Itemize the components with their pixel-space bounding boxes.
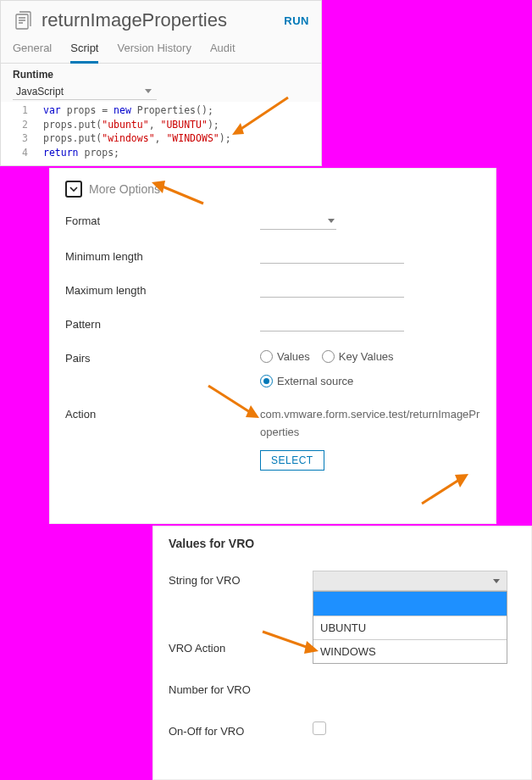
svg-rect-0 [16, 14, 28, 29]
max-length-label: Maximum length [65, 282, 260, 297]
pairs-radio-external[interactable]: External source [260, 375, 480, 387]
more-options-label: More Options [89, 182, 160, 196]
script-file-icon [13, 9, 35, 31]
string-for-vro-dropdown: UBUNTU WINDOWS [313, 591, 507, 664]
runtime-section: Runtime JavaScript [1, 64, 321, 102]
action-value: com.vmware.form.service.test/returnImage… [260, 406, 480, 442]
pairs-radio-keyvalues[interactable]: Key Values [322, 350, 394, 363]
runtime-label: Runtime [13, 69, 309, 81]
runtime-select[interactable]: JavaScript [13, 84, 157, 100]
format-select[interactable] [260, 213, 336, 230]
tab-bar: General Script Version History Audit [1, 35, 321, 64]
select-button[interactable]: SELECT [260, 450, 324, 471]
tab-audit[interactable]: Audit [210, 42, 236, 63]
string-for-vro-select[interactable] [313, 571, 507, 591]
number-for-vro-label: Number for VRO [169, 680, 313, 696]
min-length-label: Minimum length [65, 248, 260, 263]
tab-script[interactable]: Script [70, 42, 98, 64]
code-line: 4return props; [1, 146, 321, 160]
script-editor-panel: returnImageProperties RUN General Script… [0, 0, 322, 166]
more-options-panel: More Options Format Minimum length Maxim… [49, 168, 496, 524]
dropdown-highlight[interactable] [313, 592, 507, 616]
tab-general[interactable]: General [13, 42, 52, 63]
string-for-vro-label: String for VRO [169, 571, 313, 587]
pairs-radio-values[interactable]: Values [260, 350, 310, 363]
code-editor[interactable]: 1var props = new Properties();2props.put… [1, 102, 321, 165]
onoff-checkbox[interactable] [313, 722, 326, 735]
chevron-down-icon [65, 181, 82, 198]
values-for-vro-panel: Values for VRO String for VRO UBUNTU WIN… [152, 526, 532, 780]
tab-version-history[interactable]: Version History [117, 42, 191, 63]
dropdown-item-windows[interactable]: WINDOWS [313, 639, 507, 663]
run-button[interactable]: RUN [284, 14, 309, 27]
script-title: returnImageProperties [42, 9, 284, 31]
format-label: Format [65, 213, 260, 227]
max-length-input[interactable] [260, 282, 404, 298]
pairs-label: Pairs [65, 350, 260, 365]
vro-title: Values for VRO [169, 537, 516, 550]
action-label: Action [65, 406, 260, 421]
min-length-input[interactable] [260, 248, 404, 264]
dropdown-item-ubuntu[interactable]: UBUNTU [313, 616, 507, 639]
runtime-value: JavaScript [16, 86, 64, 98]
code-line: 1var props = new Properties(); [1, 103, 321, 118]
pattern-input[interactable] [260, 316, 404, 332]
pairs-radio-group: Values Key Values [260, 350, 480, 363]
panel-header: returnImageProperties RUN [1, 1, 321, 35]
code-line: 3props.put("windows", "WINDOWS"); [1, 131, 321, 146]
pattern-label: Pattern [65, 316, 260, 331]
onoff-for-vro-label: On-Off for VRO [169, 722, 313, 738]
code-line: 2props.put("ubuntu", "UBUNTU"); [1, 118, 321, 132]
more-options-toggle[interactable]: More Options [65, 181, 480, 198]
vro-action-label: VRO Action [169, 638, 313, 655]
